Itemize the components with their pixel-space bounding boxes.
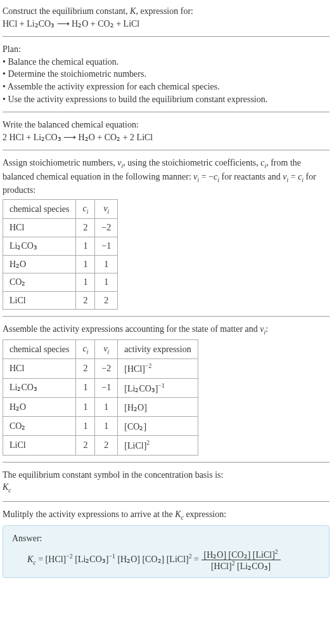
cell-species: Li₂CO₃ bbox=[3, 378, 76, 397]
act-base: [LiCl] bbox=[124, 441, 146, 450]
table-row: Li₂CO₃1−1 bbox=[3, 237, 118, 256]
var-sub: i bbox=[87, 208, 89, 215]
cell-species: LiCl bbox=[3, 436, 76, 455]
header-ci: ci bbox=[76, 339, 95, 359]
plan-bullet: • Assemble the activity expression for e… bbox=[3, 81, 329, 93]
plan-bullet: • Balance the chemical equation. bbox=[3, 56, 329, 69]
text: Mulitply the activity expressions to arr… bbox=[3, 509, 175, 519]
divider bbox=[3, 36, 329, 37]
cell-species: Li₂CO₃ bbox=[3, 237, 76, 256]
assemble-text: Assemble the activity expressions accoun… bbox=[3, 323, 329, 337]
header-activity: activity expression bbox=[118, 339, 198, 359]
text: for reactants and bbox=[219, 172, 283, 181]
plan-bullet: • Determine the stoichiometric numbers. bbox=[3, 68, 329, 81]
header-K: K bbox=[130, 6, 136, 16]
cell-vi: 1 bbox=[95, 417, 118, 436]
var-sub: i bbox=[87, 348, 89, 355]
act-base: [CO₂] bbox=[124, 422, 146, 431]
cell-activity: [Li₂CO₃]−1 bbox=[118, 378, 198, 397]
var-sub: i bbox=[108, 208, 110, 215]
act-base: [H₂O] bbox=[124, 403, 147, 412]
cell-activity: [CO₂] bbox=[118, 417, 198, 436]
cell-vi: 2 bbox=[95, 291, 118, 310]
cell-ci: 1 bbox=[76, 397, 95, 416]
cell-vi: −2 bbox=[95, 359, 118, 378]
act-exp: 2 bbox=[146, 439, 150, 446]
cell-ci: 1 bbox=[76, 273, 95, 292]
cell-vi: −1 bbox=[95, 378, 118, 397]
var-sub: i bbox=[108, 348, 110, 355]
multiply-text: Mulitply the activity expressions to arr… bbox=[3, 508, 329, 522]
exp: −2 bbox=[66, 553, 72, 560]
table-row: HCl2−2[HCl]−2 bbox=[3, 359, 198, 378]
table-row: CO₂11 bbox=[3, 273, 118, 292]
cell-species: HCl bbox=[3, 219, 76, 237]
balanced-section: Write the balanced chemical equation: 2 … bbox=[3, 119, 329, 143]
cell-species: CO₂ bbox=[3, 273, 76, 292]
table-row: LiCl22[LiCl]2 bbox=[3, 436, 198, 455]
table-header-row: chemical species ci νi bbox=[3, 199, 118, 219]
act-base: [HCl] bbox=[124, 364, 145, 374]
cell-vi: 1 bbox=[95, 255, 118, 273]
assign-section: Assign stoichiometric numbers, νi, using… bbox=[3, 157, 329, 310]
activity-table: chemical species ci νi activity expressi… bbox=[3, 339, 198, 456]
balanced-equation: 2 HCl + Li₂CO₃ ⟶ H₂O + CO₂ + 2 LiCl bbox=[3, 131, 329, 144]
symbol-text: The equilibrium constant symbol in the c… bbox=[3, 469, 329, 482]
cell-ci: 1 bbox=[76, 417, 95, 436]
answer-label: Answer: bbox=[12, 532, 320, 545]
act-base: [Li₂CO₃] bbox=[124, 383, 158, 393]
plan-section: Plan: • Balance the chemical equation. •… bbox=[3, 43, 329, 105]
text: = bbox=[288, 172, 298, 181]
multiply-section: Mulitply the activity expressions to arr… bbox=[3, 508, 329, 578]
header-prefix: Construct the equilibrium constant, bbox=[3, 6, 130, 16]
cell-vi: −1 bbox=[95, 237, 118, 256]
header-suffix: , expression for: bbox=[136, 6, 193, 16]
bullet-text: Assemble the activity expression for eac… bbox=[8, 82, 220, 91]
cell-species: CO₂ bbox=[3, 417, 76, 436]
var-sub: c bbox=[8, 487, 11, 494]
table-row: LiCl22 bbox=[3, 291, 118, 310]
header-vi: νi bbox=[95, 339, 118, 359]
cell-vi: 2 bbox=[95, 436, 118, 455]
exp: −1 bbox=[108, 553, 115, 560]
symbol-kc: Kc bbox=[3, 481, 329, 495]
header-vi: νi bbox=[95, 199, 118, 219]
denominator: [HCl]2 [Li₂CO₃] bbox=[201, 560, 281, 571]
cell-species: LiCl bbox=[3, 291, 76, 310]
term: [H₂O] [CO₂] [LiCl] bbox=[115, 555, 189, 564]
divider bbox=[3, 150, 329, 150]
eq-sign: = bbox=[36, 555, 46, 564]
text: = − bbox=[199, 172, 214, 181]
text: Assign stoichiometric numbers, bbox=[3, 158, 117, 168]
answer-equation: Kc = [HCl]−2 [Li₂CO₃]−1 [H₂O] [CO₂] [LiC… bbox=[12, 549, 320, 571]
text: : bbox=[265, 324, 268, 334]
cell-activity: [HCl]−2 bbox=[118, 359, 198, 378]
term: [H₂O] [CO₂] [LiCl] bbox=[204, 550, 275, 560]
table-row: CO₂11[CO₂] bbox=[3, 417, 198, 436]
var-K: K bbox=[27, 555, 33, 564]
text: Assemble the activity expressions accoun… bbox=[3, 324, 260, 334]
cell-species: H₂O bbox=[3, 397, 76, 416]
divider bbox=[3, 462, 329, 463]
divider bbox=[3, 501, 329, 502]
cell-ci: 2 bbox=[76, 436, 95, 455]
var-K: K bbox=[175, 509, 181, 519]
table-row: HCl2−2 bbox=[3, 219, 118, 237]
cell-species: HCl bbox=[3, 359, 76, 378]
cell-ci: 1 bbox=[76, 255, 95, 273]
bullet-text: Determine the stoichiometric numbers. bbox=[8, 69, 146, 79]
eq-sign: = bbox=[192, 555, 201, 564]
cell-ci: 2 bbox=[76, 291, 95, 310]
bullet-text: Balance the chemical equation. bbox=[8, 57, 118, 67]
unbalanced-equation: HCl + Li₂CO₃ ⟶ H₂O + CO₂ + LiCl bbox=[3, 18, 329, 30]
var-K: K bbox=[3, 482, 8, 492]
table-row: Li₂CO₃1−1[Li₂CO₃]−1 bbox=[3, 378, 198, 397]
table-header-row: chemical species ci νi activity expressi… bbox=[3, 339, 198, 359]
cell-activity: [LiCl]2 bbox=[118, 436, 198, 455]
cell-vi: −2 bbox=[95, 219, 118, 237]
cell-ci: 2 bbox=[76, 359, 95, 378]
text: expression: bbox=[184, 509, 226, 519]
answer-box: Answer: Kc = [HCl]−2 [Li₂CO₃]−1 [H₂O] [C… bbox=[3, 525, 329, 578]
header-line1: Construct the equilibrium constant, K, e… bbox=[3, 5, 329, 18]
assemble-section: Assemble the activity expressions accoun… bbox=[3, 323, 329, 455]
